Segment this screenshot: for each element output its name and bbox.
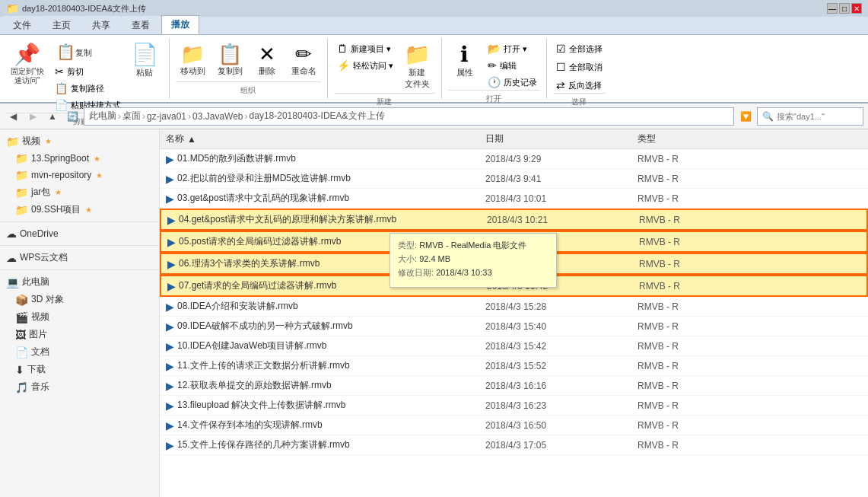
history-button[interactable]: 🕐 历史记录 — [485, 75, 540, 90]
file-type-cell: RMVB - R — [633, 235, 866, 249]
file-date: 2018/4/3 9:41 — [485, 174, 541, 184]
tab-share[interactable]: 共享 — [82, 16, 120, 34]
file-name: 10.IDEA创建JavaWeb项目讲解.rmvb — [177, 339, 327, 352]
sidebar-item-mvn-repo[interactable]: 📁 mvn-repository — [0, 167, 159, 183]
cut-button[interactable]: ✂ 剪切 — [52, 64, 124, 79]
videos-icon: 🎬 — [15, 311, 28, 323]
paste-icon: 📄 — [132, 44, 158, 65]
table-row[interactable]: ▶ 06.理清3个请求类的关系讲解.rmvb 2018/4/3 11:40 RM… — [160, 253, 868, 275]
documents-icon: 📄 — [15, 346, 28, 358]
file-name: 03.get&post请求中文乱码的现象讲解.rmvb — [177, 192, 349, 205]
copy-button[interactable]: 📋 复制 — [52, 41, 124, 62]
delete-button[interactable]: ✕ 删除 — [250, 41, 284, 80]
new-folder-button[interactable]: 📁 新建文件夹 — [399, 41, 435, 93]
sidebar-item-ssh[interactable]: 📁 09.SSH项目 — [0, 201, 159, 218]
table-row[interactable]: ▶ 01.MD5的散列函数讲解.rmvb 2018/4/3 9:29 RMVB … — [160, 149, 868, 169]
back-button[interactable]: ◀ — [5, 108, 21, 125]
forward-button[interactable]: ▶ — [24, 108, 41, 125]
move-to-button[interactable]: 📁 移动到 — [176, 41, 210, 80]
table-row[interactable]: ▶ 14.文件保存到本地的实现讲解.rmvb 2018/4/3 16:50 RM… — [160, 416, 868, 435]
address-path[interactable]: 此电脑 › 桌面 › gz-java01 › 03.JavaWeb › day1… — [84, 107, 734, 126]
copy-path-button[interactable]: 📋 复制路径 — [52, 81, 124, 96]
sidebar-item-downloads[interactable]: ⬇ 下载 — [0, 361, 159, 378]
file-date: 2018/4/3 16:50 — [485, 420, 546, 431]
file-name-cell: ▶ 14.文件保存到本地的实现讲解.rmvb — [160, 417, 479, 433]
easy-access-button[interactable]: ⚡ 轻松访问 ▾ — [334, 58, 396, 73]
sidebar-item-videos-main[interactable]: 📁 视频 — [0, 132, 159, 150]
title-bar-title: day18-20180403-IDEA&文件上传 — [22, 3, 146, 14]
copy-to-button[interactable]: 📋 复制到 — [213, 41, 247, 80]
path-current: day18-20180403-IDEA&文件上传 — [250, 110, 385, 123]
table-row[interactable]: ▶ 05.post请求的全局编码过滤器讲解.rmvb 2018/4/3 10:4… — [160, 231, 868, 253]
select-all-button[interactable]: ☑ 全部选择 — [553, 41, 606, 56]
file-type-cell: RMVB - R — [633, 257, 866, 271]
sidebar-item-videos[interactable]: 🎬 视频 — [0, 308, 159, 326]
minimize-button[interactable]: — — [827, 3, 838, 14]
table-row[interactable]: ▶ 10.IDEA创建JavaWeb项目讲解.rmvb 2018/4/3 15:… — [160, 336, 868, 356]
sidebar-divider-3 — [0, 269, 159, 270]
new-item-button[interactable]: 🗒 新建项目 ▾ — [334, 41, 396, 56]
table-row[interactable]: ▶ 07.get请求的全局编码过滤器讲解.rmvb 2018/4/3 11:42… — [160, 275, 868, 297]
file-type-cell: RMVB - R — [631, 152, 868, 166]
table-row[interactable]: ▶ 09.IDEA破解不成功的另一种方式破解.rmvb 2018/4/3 15:… — [160, 317, 868, 336]
invert-select-button[interactable]: ⇄ 反向选择 — [553, 78, 606, 93]
maximize-button[interactable]: □ — [839, 3, 850, 14]
close-button[interactable]: ✕ — [851, 3, 862, 14]
rename-button[interactable]: ✏ 重命名 — [287, 41, 321, 80]
tab-play[interactable]: 播放 — [161, 15, 199, 34]
col-header-type[interactable]: 类型 — [631, 131, 868, 147]
onedrive-icon: ☁ — [6, 228, 17, 240]
file-name-cell: ▶ 05.post请求的全局编码过滤器讲解.rmvb — [161, 234, 481, 250]
tab-file[interactable]: 文件 — [3, 16, 41, 34]
sidebar-item-jar[interactable]: 📁 jar包 — [0, 183, 159, 201]
file-date: 2018/4/3 15:28 — [485, 301, 546, 312]
col-header-name[interactable]: 名称 ▲ — [160, 131, 479, 147]
copy-icon: 📋 — [56, 44, 75, 59]
table-row[interactable]: ▶ 02.把以前的登录和注册MD5改造讲解.rmvb 2018/4/3 9:41… — [160, 169, 868, 189]
sidebar-item-wps[interactable]: ☁ WPS云文档 — [0, 249, 159, 266]
table-row[interactable]: ▶ 15.文件上传保存路径的几种方案讲解.rmvb 2018/4/3 17:05… — [160, 435, 868, 455]
file-date-cell: 2018/4/3 16:50 — [479, 419, 631, 432]
sidebar-item-music[interactable]: 🎵 音乐 — [0, 378, 159, 396]
table-row[interactable]: ▶ 03.get&post请求中文乱码的现象讲解.rmvb 2018/4/3 1… — [160, 189, 868, 209]
table-row[interactable]: ▶ 12.获取表单提交的原始数据讲解.rmvb 2018/4/3 16:16 R… — [160, 376, 868, 396]
file-date: 2018/4/3 10:01 — [485, 193, 546, 204]
sidebar-item-documents[interactable]: 📄 文档 — [0, 343, 159, 361]
table-row[interactable]: ▶ 11.文件上传的请求正文数据分析讲解.rmvb 2018/4/3 15:52… — [160, 356, 868, 376]
table-row[interactable]: ▶ 13.fileupload 解决文件上传数据讲解.rmvb 2018/4/3… — [160, 396, 868, 416]
ribbon-group-open: ℹ 属性 📂 打开 ▾ ✏ 编辑 🕐 历史记录 打开 — [442, 38, 547, 99]
new-item-label: 新建项目 ▾ — [351, 43, 391, 55]
tab-home[interactable]: 主页 — [43, 16, 81, 34]
file-date-cell: 2018/4/3 15:42 — [479, 339, 631, 353]
select-none-button[interactable]: ☐ 全部取消 — [553, 59, 606, 75]
col-header-date[interactable]: 日期 — [479, 131, 631, 147]
sidebar-item-springboot[interactable]: 📁 13.SpringBoot — [0, 150, 159, 167]
paste-button[interactable]: 📄 粘贴 — [127, 41, 163, 81]
search-magnifier-icon: 🔍 — [762, 111, 774, 122]
up-button[interactable]: ▲ — [44, 108, 61, 125]
invert-select-icon: ⇄ — [556, 79, 565, 91]
open-button[interactable]: 📂 打开 ▾ — [485, 41, 540, 56]
table-row[interactable]: ▶ 04.get&post请求中文乱码的原理和解决方案讲解.rmvb 2018/… — [160, 209, 868, 231]
sidebar-item-3d[interactable]: 📦 3D 对象 — [0, 291, 159, 308]
sidebar-item-onedrive[interactable]: ☁ OneDrive — [0, 225, 159, 242]
file-list: 名称 ▲ 日期 类型 ▶ 01.MD5的散列函数讲解.rmvb 2018/4/3… — [160, 129, 868, 497]
file-date-cell: 2018/4/3 15:28 — [479, 300, 631, 314]
properties-button[interactable]: ℹ 属性 — [448, 41, 482, 81]
move-to-label: 移动到 — [180, 65, 205, 77]
sidebar-item-pictures[interactable]: 🖼 图片 — [0, 326, 159, 343]
title-bar-controls[interactable]: — □ ✕ — [827, 3, 862, 14]
pin-button[interactable]: 📌 固定到"快速访问" — [6, 41, 49, 88]
tab-view[interactable]: 查看 — [122, 16, 160, 34]
sidebar-item-label: 下载 — [27, 363, 46, 376]
sidebar-item-this-pc[interactable]: 💻 此电脑 — [0, 273, 159, 291]
refresh-button[interactable]: 🔄 — [64, 108, 81, 125]
search-input[interactable] — [777, 112, 858, 121]
search-box[interactable]: 🔍 — [757, 107, 863, 126]
copy-to-icon: 📋 — [218, 44, 242, 64]
file-date: 2018/4/3 15:40 — [485, 321, 546, 332]
file-date: 2018/4/3 9:29 — [485, 154, 541, 164]
file-date-cell: 2018/4/3 9:41 — [479, 172, 631, 186]
table-row[interactable]: ▶ 08.IDEA介绍和安装讲解.rmvb 2018/4/3 15:28 RMV… — [160, 297, 868, 317]
edit-button[interactable]: ✏ 编辑 — [485, 58, 540, 73]
